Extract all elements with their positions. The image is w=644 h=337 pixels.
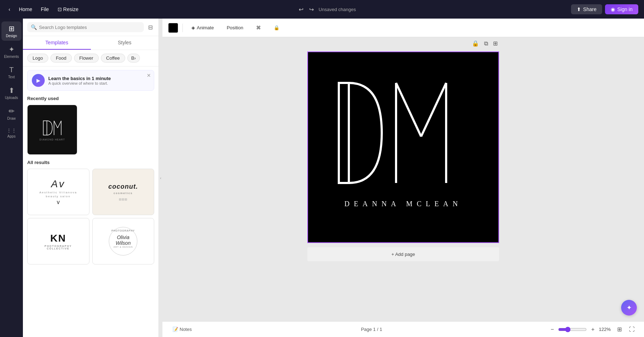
lock-icon: 🔒: [274, 25, 279, 30]
toolbar-divider-1: [182, 24, 183, 32]
elements-icon: ✦: [9, 45, 15, 54]
recently-used-heading: Recently used: [27, 96, 154, 101]
canvas-scroll[interactable]: 🔒 ⧉ ⊞: [162, 37, 644, 321]
tab-styles[interactable]: Styles: [91, 36, 159, 50]
canvas-top-actions: 🔒 ⧉ ⊞: [470, 39, 499, 48]
tag-logo[interactable]: Logo: [27, 54, 48, 63]
resize-button[interactable]: ⊡ Resize: [55, 5, 82, 14]
canvas-area: ◈ Animate Position ⌘ 🔒 🔒 ⧉ ⊞: [162, 19, 644, 337]
fullscreen-button[interactable]: ⛶: [627, 325, 637, 334]
recently-used-item[interactable]: DIAMOND HEART: [27, 105, 77, 155]
notes-button[interactable]: 📝 Notes: [170, 325, 195, 333]
unsaved-indicator: Unsaved changes: [319, 7, 356, 12]
icon-sidebar: ⊞ Design ✦ Elements T Text ⬆ Uploads ✏ D…: [0, 19, 23, 337]
color-swatch[interactable]: [168, 23, 178, 33]
search-icon: 🔍: [31, 24, 37, 30]
zoom-out-button[interactable]: −: [548, 325, 556, 334]
text-icon: T: [9, 66, 14, 74]
signin-button[interactable]: ◉ Sign in: [605, 4, 638, 14]
canvas-lock-button[interactable]: 🔒: [470, 39, 480, 48]
panel-content: ▶ Learn the basics in 1 minute A quick o…: [23, 66, 158, 337]
all-results-section: All results Av Aesthetic Villanovabeauty…: [27, 160, 154, 264]
tag-coffee[interactable]: Coffee: [101, 54, 125, 63]
canvas-toolbar: ◈ Animate Position ⌘ 🔒: [162, 19, 644, 37]
tag-flower[interactable]: Flower: [74, 54, 99, 63]
close-banner-button[interactable]: ✕: [147, 73, 151, 78]
share-button[interactable]: ⬆ Share: [571, 4, 602, 14]
learn-text: Learn the basics in 1 minute A quick ove…: [48, 76, 111, 85]
draw-icon: ✏: [9, 107, 15, 115]
canvas-frame[interactable]: DEANNA MCLEAN: [307, 51, 499, 243]
zoom-value: 122%: [599, 327, 611, 332]
tab-templates[interactable]: Templates: [23, 36, 91, 50]
search-box: 🔍: [27, 22, 144, 32]
magic-assist-button[interactable]: ✦: [621, 300, 637, 316]
filter-button[interactable]: ⊟: [147, 23, 154, 32]
topbar-center: ↩ ↪ Unsaved changes: [86, 5, 566, 14]
svg-rect-0: [43, 121, 47, 135]
panel-sidebar: 🔍 ⊟ Templates Styles Logo Food Flower Co…: [23, 19, 159, 337]
template-item-3[interactable]: KN PHOTOGRAPHYCOLLECTIVE: [27, 218, 89, 264]
add-page-button[interactable]: + Add page: [307, 247, 499, 261]
arrange-button[interactable]: ⌘: [252, 23, 265, 33]
home-button[interactable]: Home: [16, 5, 35, 14]
template-item-4[interactable]: PHOTOGRAPHY Olivia Wilson ART & DESIGN: [92, 218, 155, 264]
page-info: Page 1 / 1: [199, 327, 544, 332]
animate-icon: ◈: [191, 25, 195, 30]
sidebar-item-draw[interactable]: ✏ Draw: [1, 104, 21, 123]
apps-icon: ⋮⋮: [6, 128, 16, 133]
zoom-in-button[interactable]: +: [589, 325, 596, 334]
sidebar-item-text[interactable]: T Text: [1, 63, 21, 82]
resize-icon: ⊡: [58, 6, 62, 12]
tag-more-button[interactable]: B›: [127, 54, 140, 63]
all-results-grid: Av Aesthetic Villanovabeauty salon v coc…: [27, 169, 154, 264]
bottom-bar: 📝 Notes Page 1 / 1 − + 122% ⊞ ⛶: [162, 321, 644, 337]
topbar-left: ‹ Home File ⊡ Resize: [6, 5, 81, 14]
svg-line-2: [54, 121, 58, 128]
main-area: ⊞ Design ✦ Elements T Text ⬆ Uploads ✏ D…: [0, 19, 644, 337]
redo-button[interactable]: ↪: [307, 5, 316, 14]
search-input[interactable]: [39, 25, 140, 30]
tag-food[interactable]: Food: [50, 54, 72, 63]
user-icon: ◉: [611, 6, 615, 12]
lock-button[interactable]: 🔒: [269, 23, 284, 33]
panel-search-area: 🔍 ⊟: [23, 19, 158, 36]
grid-view-button[interactable]: ⊞: [615, 324, 624, 334]
undo-button[interactable]: ↩: [297, 5, 306, 14]
animate-button[interactable]: ◈ Animate: [187, 23, 218, 33]
tag-filters: Logo Food Flower Coffee B›: [23, 50, 158, 66]
learn-banner: ▶ Learn the basics in 1 minute A quick o…: [27, 70, 154, 91]
svg-line-7: [396, 83, 421, 137]
template-item-2[interactable]: coconut. cosmetics ⊞⊞⊞: [92, 169, 155, 215]
sidebar-item-uploads[interactable]: ⬆ Uploads: [1, 83, 21, 103]
svg-line-3: [58, 121, 61, 128]
panel-tabs: Templates Styles: [23, 36, 158, 50]
all-results-heading: All results: [27, 160, 154, 165]
svg-rect-5: [339, 83, 349, 183]
svg-text:DEANNA MCLEAN: DEANNA MCLEAN: [345, 200, 462, 208]
svg-line-8: [421, 83, 446, 137]
bottom-right: ⊞ ⛶: [615, 324, 637, 334]
play-icon: ▶: [32, 74, 45, 87]
recently-template-preview: [42, 119, 63, 137]
topbar: ‹ Home File ⊡ Resize ↩ ↪ Unsaved changes…: [0, 0, 644, 19]
notes-icon: 📝: [172, 327, 178, 332]
sidebar-item-elements[interactable]: ✦ Elements: [1, 42, 21, 61]
canvas-container: 🔒 ⧉ ⊞: [307, 51, 499, 261]
canvas-add-button[interactable]: ⊞: [492, 39, 499, 48]
hide-panel-button[interactable]: ‹: [159, 19, 162, 337]
file-button[interactable]: File: [38, 5, 52, 14]
recently-used-section: Recently used DIAMOND HEART: [27, 96, 154, 155]
sidebar-item-apps[interactable]: ⋮⋮ Apps: [1, 125, 21, 141]
canvas-copy-button[interactable]: ⧉: [483, 39, 489, 48]
share-icon: ⬆: [577, 6, 581, 12]
zoom-slider[interactable]: [558, 327, 587, 332]
sidebar-item-design[interactable]: ⊞ Design: [1, 21, 21, 41]
topbar-right: ⬆ Share ◉ Sign in: [571, 4, 638, 14]
back-button[interactable]: ‹: [6, 5, 13, 14]
position-button[interactable]: Position: [223, 23, 248, 33]
uploads-icon: ⬆: [9, 86, 15, 95]
logo-svg: DEANNA MCLEAN: [325, 72, 482, 222]
zoom-control: − + 122%: [548, 325, 611, 334]
template-item-1[interactable]: Av Aesthetic Villanovabeauty salon v: [27, 169, 89, 215]
